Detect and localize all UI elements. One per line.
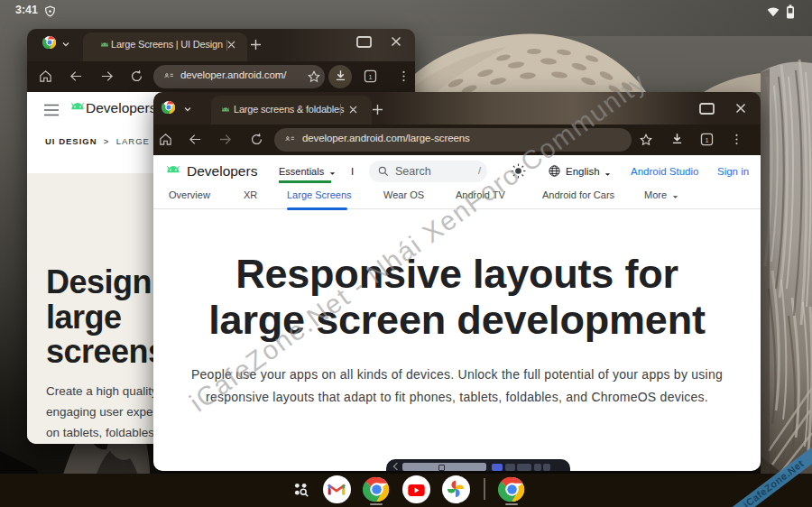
svg-text:1: 1 [705,136,708,144]
svg-text:1: 1 [368,73,372,81]
